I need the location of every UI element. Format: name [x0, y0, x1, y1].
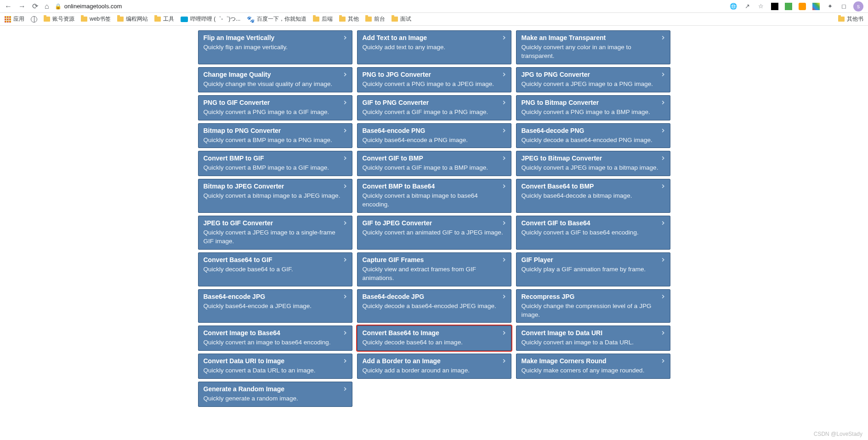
share-icon[interactable]: ↗: [743, 2, 751, 11]
translate-icon[interactable]: 🌐: [729, 2, 738, 11]
tool-card[interactable]: Convert Data URI to ImageQuickly convert…: [198, 354, 352, 379]
profile-avatar[interactable]: s: [853, 1, 863, 11]
tool-card-title: Convert Data URI to Image: [204, 357, 347, 365]
tool-card[interactable]: JPEG to Bitmap ConverterQuickly convert …: [516, 151, 670, 176]
tool-card[interactable]: Convert BMP to Base64Quickly convert a b…: [357, 179, 511, 213]
tool-card[interactable]: Recompress JPGQuickly change the compres…: [516, 289, 670, 323]
tool-card-desc: Quickly convert an image to a Data URL.: [522, 338, 665, 347]
forward-button[interactable]: →: [18, 2, 26, 11]
tool-card[interactable]: Flip an Image VerticallyQuickly flip an …: [198, 30, 352, 64]
tool-card-desc: Quickly change the compression level of …: [522, 302, 665, 320]
tool-card[interactable]: Make Image Corners RoundQuickly make cor…: [516, 354, 670, 379]
tool-card-desc: Quickly convert an image to base64 encod…: [204, 338, 347, 347]
tool-card[interactable]: GIF to JPEG ConverterQuickly convert an …: [357, 216, 511, 250]
chevron-right-icon: [660, 257, 666, 264]
chevron-right-icon: [501, 183, 507, 191]
ext2-icon[interactable]: [784, 2, 793, 11]
bookmark-item[interactable]: web书签: [81, 15, 111, 23]
bookmark-label: 前台: [374, 15, 385, 23]
tool-card-desc: Quickly convert a GIF to base64 encoding…: [522, 229, 665, 237]
tool-card-desc: Quickly add text to any image.: [363, 43, 506, 52]
tool-card-title: Convert GIF to BMP: [363, 154, 506, 162]
bookmark-item[interactable]: 其他: [339, 15, 359, 23]
tool-card-title: Change Image Quality: [204, 71, 347, 78]
tool-card[interactable]: Convert Base64 to ImageQuickly decode ba…: [357, 326, 511, 351]
bookmark-item[interactable]: 🐾百度一下，你就知道: [247, 15, 306, 23]
chevron-right-icon: [501, 220, 507, 228]
tool-card[interactable]: Convert Image to Base64Quickly convert a…: [198, 326, 352, 351]
chevron-right-icon: [342, 386, 348, 394]
tool-card-title: Make Image Corners Round: [522, 357, 665, 365]
tool-card-title: PNG to JPG Converter: [363, 71, 506, 78]
chevron-right-icon: [501, 71, 507, 79]
tool-card-desc: Quickly make corners of any image rounde…: [522, 366, 665, 375]
tool-card[interactable]: Add Text to an ImageQuickly add text to …: [357, 30, 511, 64]
chevron-right-icon: [342, 99, 348, 107]
tool-card[interactable]: Make an Image TransparentQuickly convert…: [516, 30, 670, 64]
tool-card[interactable]: PNG to JPG ConverterQuickly convert a PN…: [357, 67, 511, 92]
star-icon[interactable]: ☆: [757, 2, 765, 11]
tool-card-desc: Quickly convert a JPEG image to a bitmap…: [522, 164, 665, 172]
bookmark-item[interactable]: 哔哩哔哩 (゜-゜)つ...: [181, 15, 240, 23]
tool-card[interactable]: Generate a Random ImageQuickly generate …: [198, 382, 352, 407]
address-bar[interactable]: 🔒 onlineimagetools.com: [55, 3, 122, 10]
extensions-icon[interactable]: ✦: [826, 2, 834, 11]
chevron-right-icon: [660, 71, 666, 79]
bookmark-item[interactable]: 后端: [313, 15, 333, 23]
tool-card[interactable]: Convert BMP to GIFQuickly convert a BMP …: [198, 151, 352, 176]
tool-card[interactable]: JPG to PNG ConverterQuickly convert a JP…: [516, 67, 670, 92]
tool-card[interactable]: Convert Base64 to BMPQuickly base64-deco…: [516, 179, 670, 213]
tool-card-desc: Quickly base64-encode a JPEG image.: [204, 302, 347, 311]
tool-card-desc: Quickly play a GIF animation frame by fr…: [522, 265, 665, 274]
tool-card-title: Convert Image to Data URI: [522, 329, 665, 337]
tool-card-title: Make an Image Transparent: [522, 34, 665, 41]
tool-card-desc: Quickly base64-decode a bitmap image.: [522, 192, 665, 200]
tool-card[interactable]: Convert Image to Data URIQuickly convert…: [516, 326, 670, 351]
tool-card-title: GIF to PNG Converter: [363, 99, 506, 106]
bookmark-item[interactable]: 工具: [154, 15, 174, 23]
bookmark-item[interactable]: 账号资源: [44, 15, 74, 23]
bookmark-item[interactable]: 前台: [365, 15, 385, 23]
tool-card[interactable]: Convert GIF to BMPQuickly convert a GIF …: [357, 151, 511, 176]
bookmark-item[interactable]: 应用: [5, 15, 24, 23]
reload-button[interactable]: ⟳: [32, 2, 38, 11]
chevron-right-icon: [342, 34, 348, 42]
tool-card[interactable]: Convert GIF to Base64Quickly convert a G…: [516, 216, 670, 250]
tool-card[interactable]: Bitmap to JPEG ConverterQuickly convert …: [198, 179, 352, 213]
chevron-right-icon: [501, 330, 507, 337]
chevron-right-icon: [501, 99, 507, 107]
tool-card[interactable]: Base64-encode JPGQuickly base64-encode a…: [198, 289, 352, 323]
tool-card-desc: Quickly base64-encode a PNG image.: [363, 136, 506, 145]
tool-card-title: Convert Base64 to BMP: [522, 183, 665, 190]
tool-card[interactable]: PNG to GIF ConverterQuickly convert a PN…: [198, 95, 352, 120]
bookmark-item[interactable]: [31, 16, 37, 23]
tool-card[interactable]: Base64-decode JPGQuickly decode a base64…: [357, 289, 511, 323]
bookmark-item[interactable]: 面试: [391, 15, 411, 23]
tool-card[interactable]: PNG to Bitmap ConverterQuickly convert a…: [516, 95, 670, 120]
tool-card[interactable]: GIF to PNG ConverterQuickly convert a GI…: [357, 95, 511, 120]
ext3-icon[interactable]: [798, 2, 806, 11]
tool-card-desc: Quickly change the visual quality of any…: [204, 80, 347, 89]
ext1-icon[interactable]: [771, 2, 779, 11]
tool-card-title: Convert Image to Base64: [204, 329, 347, 337]
panel-icon[interactable]: ◻: [840, 2, 848, 11]
tool-card-desc: Quickly convert a bitmap image to a JPEG…: [204, 192, 347, 200]
bookmark-overflow[interactable]: 其他书: [838, 15, 863, 23]
tool-card[interactable]: Base64-encode PNGQuickly base64-encode a…: [357, 123, 511, 149]
bookmark-label: 哔哩哔哩 (゜-゜)つ...: [190, 15, 240, 23]
back-button[interactable]: ←: [5, 2, 12, 11]
tool-card[interactable]: JPEG to GIF ConverterQuickly convert a J…: [198, 216, 352, 250]
tool-card[interactable]: Convert Base64 to GIFQuickly decode base…: [198, 252, 352, 286]
tool-card[interactable]: Base64-decode PNGQuickly decode a base64…: [516, 123, 670, 149]
bookmark-label: web书签: [90, 15, 111, 23]
home-button[interactable]: ⌂: [45, 2, 49, 11]
tool-card[interactable]: Add a Border to an ImageQuickly add a bo…: [357, 354, 511, 379]
tool-card[interactable]: Bitmap to PNG ConverterQuickly convert a…: [198, 123, 352, 149]
tool-card[interactable]: GIF PlayerQuickly play a GIF animation f…: [516, 252, 670, 286]
tool-card[interactable]: Capture GIF FramesQuickly view and extra…: [357, 252, 511, 286]
tool-card-desc: Quickly add a border around an image.: [363, 366, 506, 375]
ext4-icon[interactable]: [812, 2, 820, 11]
tool-card-title: JPEG to Bitmap Converter: [522, 154, 665, 162]
tool-card[interactable]: Change Image QualityQuickly change the v…: [198, 67, 352, 92]
bookmark-item[interactable]: 编程网站: [117, 15, 148, 23]
